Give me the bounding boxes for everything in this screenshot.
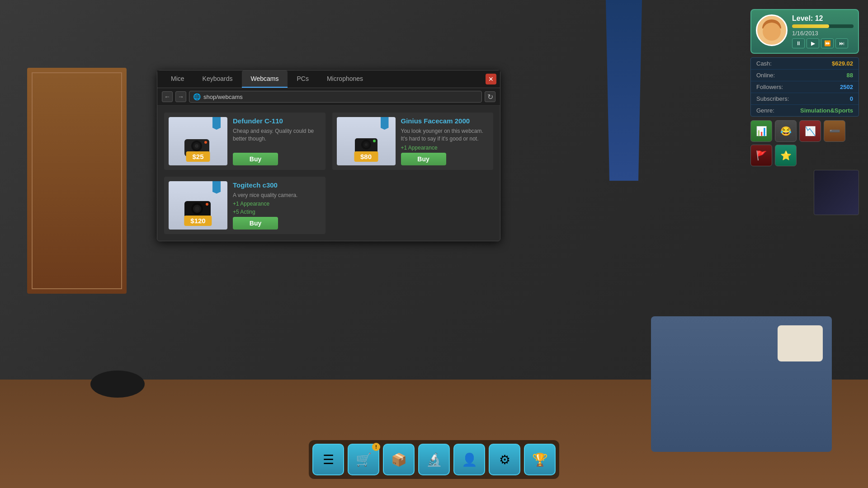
cash-label: Cash:	[756, 60, 772, 67]
play-button[interactable]: ▶	[807, 38, 819, 48]
qa-minus-icon[interactable]: ➖	[824, 120, 845, 142]
bottom-toolbar: ☰ 🛒 ! 📦 🔬 👤 ⚙ 🏆	[309, 440, 559, 479]
stat-cash: Cash: $629.02	[751, 58, 859, 70]
product-bonus-togitech-2: +5 Acting	[233, 209, 321, 215]
product-bonus-togitech-1: +1 Appearance	[233, 201, 321, 207]
bookmark-icon-3	[212, 181, 221, 194]
qa-flag-icon[interactable]: 🚩	[750, 145, 772, 166]
back-button[interactable]: ←	[162, 91, 173, 102]
poster-decoration	[814, 170, 859, 215]
xp-fill	[792, 24, 829, 28]
xp-bar	[792, 24, 854, 28]
product-image-ginius: $80	[337, 117, 396, 165]
price-ginius: $80	[354, 151, 378, 162]
online-value: 88	[847, 72, 853, 79]
qa-star-icon[interactable]: ⭐	[775, 145, 797, 166]
achievements-icon: 🏆	[532, 452, 548, 467]
toolbar-research-button[interactable]: 🔬	[418, 444, 450, 475]
product-card-ginius: $80 Ginius Facecam 2000 You look younger…	[332, 113, 494, 170]
tab-pcs[interactable]: PCs	[288, 70, 317, 88]
genre-label: Genre:	[756, 107, 774, 114]
wardrobe-decoration	[27, 68, 127, 294]
svg-point-10	[365, 143, 368, 146]
stat-followers: Followers: 2502	[751, 81, 859, 93]
bookmark-icon-2	[381, 117, 389, 130]
tab-bar: Mice Keyboards Webcams PCs Microphones ✕	[157, 70, 500, 88]
product-bonus-ginius: +1 Appearance	[401, 145, 489, 151]
qa-meme-icon[interactable]: 😂	[775, 120, 797, 142]
svg-point-3	[195, 144, 198, 148]
player-panel: Level: 12 1/16/2013 ⏸ ▶ ⏩ ⏭	[750, 9, 859, 54]
qa-stats-icon[interactable]: 📊	[750, 120, 772, 142]
fast-forward-button[interactable]: ⏩	[821, 38, 834, 48]
price-defunder: $25	[186, 151, 210, 162]
fastest-button[interactable]: ⏭	[835, 38, 848, 48]
stat-online: Online: 88	[751, 70, 859, 81]
tab-mice[interactable]: Mice	[162, 70, 193, 88]
shop-notification-badge: !	[372, 443, 380, 451]
avatar-face	[763, 23, 781, 41]
buy-button-defunder[interactable]: Buy	[233, 153, 278, 165]
price-togitech: $120	[184, 216, 212, 226]
product-desc-togitech: A very nice quality camera.	[233, 192, 321, 199]
product-info-ginius: Ginius Facecam 2000 You look younger on …	[401, 117, 489, 165]
quick-actions: 📊 😂 📉 ➖ 🚩 ⭐	[750, 120, 859, 166]
svg-point-6	[204, 141, 207, 144]
shop-window: Mice Keyboards Webcams PCs Microphones ✕…	[157, 70, 500, 241]
product-desc-ginius: You look younger on this webcam. It's ha…	[401, 127, 489, 143]
address-bar: ← → 🌐 shop/webcams ↻	[157, 88, 500, 106]
shop-icon: 🛒	[356, 452, 372, 467]
pause-button[interactable]: ⏸	[792, 38, 805, 48]
online-label: Online:	[756, 72, 775, 79]
curtain-decoration	[606, 0, 642, 181]
tab-webcams[interactable]: Webcams	[242, 70, 288, 88]
toolbar-settings-button[interactable]: ⚙	[489, 444, 520, 475]
svg-point-20	[206, 203, 208, 206]
product-desc-defunder: Cheap and easy. Quality could be better …	[233, 127, 321, 143]
tab-keyboards[interactable]: Keyboards	[193, 70, 242, 88]
toolbar-social-button[interactable]: 👤	[453, 444, 485, 475]
toolbar-shop-button[interactable]: 🛒 !	[348, 444, 379, 475]
product-name-togitech: Togitech c300	[233, 181, 321, 189]
buy-button-togitech[interactable]: Buy	[233, 217, 278, 230]
close-button[interactable]: ✕	[486, 74, 496, 84]
url-text: shop/webcams	[203, 94, 243, 100]
subscribers-value: 0	[850, 95, 853, 102]
tasks-icon: ☰	[323, 452, 334, 467]
pillow-decoration	[778, 325, 823, 361]
refresh-button[interactable]: ↻	[485, 91, 495, 102]
level-display: Level: 12	[792, 14, 854, 23]
product-card-defunder: $25 Defunder C-110 Cheap and easy. Quali…	[164, 113, 326, 170]
buy-button-ginius[interactable]: Buy	[401, 153, 446, 165]
product-name-defunder: Defunder C-110	[233, 117, 321, 125]
svg-point-13	[373, 140, 376, 142]
social-icon: 👤	[462, 452, 477, 467]
player-stats: Level: 12 1/16/2013 ⏸ ▶ ⏩ ⏭	[792, 14, 854, 48]
stats-panel: Cash: $629.02 Online: 88 Followers: 2502…	[750, 57, 859, 117]
forward-button[interactable]: →	[175, 91, 186, 102]
stat-genre: Genre: Simulation&Sports	[751, 105, 859, 116]
robot-vacuum-decoration	[90, 371, 145, 398]
research-icon: 🔬	[426, 452, 442, 467]
qa-trending-icon[interactable]: 📉	[799, 120, 821, 142]
product-image-defunder: $25	[169, 117, 227, 165]
genre-value: Simulation&Sports	[800, 107, 853, 114]
globe-icon: 🌐	[193, 93, 201, 100]
svg-point-17	[195, 206, 199, 211]
bookmark-icon	[212, 117, 221, 130]
hud-panel: Level: 12 1/16/2013 ⏸ ▶ ⏩ ⏭ Cash: $629.0…	[750, 9, 859, 215]
subscribers-label: Subscribers:	[756, 95, 789, 102]
date-display: 1/16/2013	[792, 30, 854, 37]
products-grid: $25 Defunder C-110 Cheap and easy. Quali…	[157, 106, 500, 241]
toolbar-tasks-button[interactable]: ☰	[312, 444, 344, 475]
toolbar-inventory-button[interactable]: 📦	[383, 444, 415, 475]
followers-label: Followers:	[756, 84, 783, 90]
toolbar-achievements-button[interactable]: 🏆	[524, 444, 556, 475]
product-card-togitech: $120 Togitech c300 A very nice quality c…	[164, 177, 326, 235]
player-avatar	[756, 14, 788, 46]
url-input[interactable]: 🌐 shop/webcams	[189, 91, 482, 103]
tab-microphones[interactable]: Microphones	[318, 70, 372, 88]
bed-decoration	[651, 316, 832, 452]
cash-value: $629.02	[832, 60, 853, 67]
product-info-togitech: Togitech c300 A very nice quality camera…	[233, 181, 321, 230]
